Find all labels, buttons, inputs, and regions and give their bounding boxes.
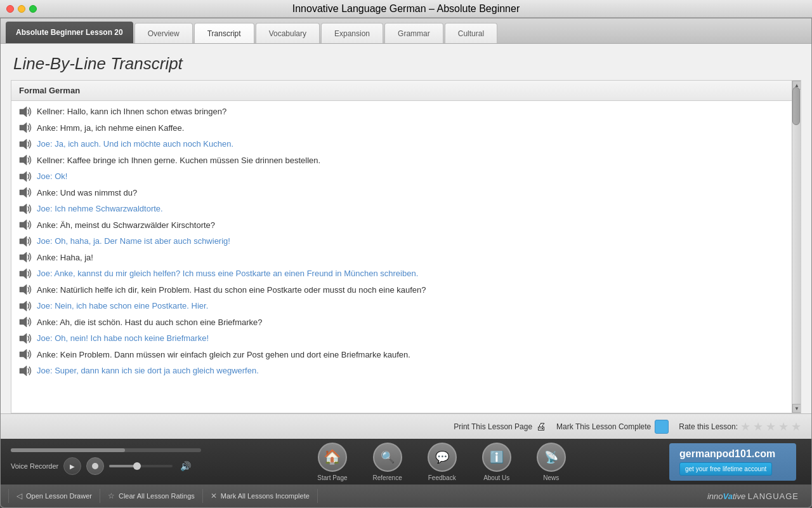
line-text: Kellner: Kaffee bringe ich Ihnen gerne. … bbox=[37, 154, 320, 167]
tab-overview[interactable]: Overview bbox=[134, 23, 193, 43]
svg-marker-3 bbox=[20, 155, 27, 165]
transcript-container: Formal German Kellner: Hallo, kann ich I… bbox=[11, 80, 801, 413]
rate-label: Rate this Lesson: bbox=[679, 422, 738, 431]
line-text: Anke: Natürlich helfe ich dir, kein Prob… bbox=[37, 284, 426, 297]
audio-play-icon[interactable] bbox=[19, 268, 32, 279]
scrollbar-thumb[interactable] bbox=[792, 87, 800, 125]
audio-play-icon[interactable] bbox=[19, 122, 32, 133]
svg-marker-6 bbox=[20, 204, 27, 214]
innovative-logo: innoVative LANGUAGE bbox=[707, 491, 799, 501]
audio-play-icon[interactable] bbox=[19, 236, 32, 247]
star-5[interactable]: ★ bbox=[791, 420, 801, 434]
mark-complete-button[interactable]: Mark This Lesson Complete bbox=[556, 420, 669, 434]
svg-marker-1 bbox=[20, 123, 27, 133]
line-text: Joe: Ich nehme Schwarzwaldtorte. bbox=[37, 203, 163, 215]
open-lesson-drawer-label: Open Lesson Drawer bbox=[26, 492, 92, 500]
minimize-button[interactable] bbox=[18, 5, 25, 13]
nav-icons-area: 🏠 Start Page 🔍 Reference 💬 Feedback ℹ️ A… bbox=[214, 443, 669, 481]
open-lesson-drawer-button[interactable]: ◁ Open Lesson Drawer bbox=[8, 489, 100, 503]
star-1[interactable]: ★ bbox=[740, 420, 750, 434]
playback-progress-track[interactable] bbox=[11, 448, 201, 452]
svg-marker-7 bbox=[20, 220, 27, 230]
tab-bar: Absolute Beginner Lesson 20 Overview Tra… bbox=[1, 18, 811, 44]
line-text: Joe: Oh, haha, ja. Der Name ist aber auc… bbox=[37, 235, 230, 248]
audio-play-icon[interactable] bbox=[19, 187, 32, 198]
audio-play-icon[interactable] bbox=[19, 138, 32, 150]
transcript-line: Joe: Anke, kannst du mir gleich helfen? … bbox=[11, 265, 801, 282]
print-icon: 🖨 bbox=[536, 421, 546, 432]
nav-start-page[interactable]: 🏠 Start Page bbox=[317, 443, 347, 481]
audio-play-icon[interactable] bbox=[19, 219, 32, 231]
nav-feedback[interactable]: 💬 Feedback bbox=[428, 443, 457, 481]
volume-icon: 🔊 bbox=[180, 461, 191, 471]
tab-grammar[interactable]: Grammar bbox=[384, 23, 443, 43]
transcript-line: Anke: Haha, ja! bbox=[11, 250, 801, 266]
complete-checkbox[interactable] bbox=[655, 420, 669, 434]
mark-incomplete-icon: ✕ bbox=[211, 491, 217, 500]
nav-about-us[interactable]: ℹ️ About Us bbox=[482, 443, 511, 481]
lesson-drawer-icon: ◁ bbox=[16, 491, 22, 500]
mark-incomplete-button[interactable]: ✕ Mark All Lessons Incomplete bbox=[203, 489, 318, 503]
svg-marker-2 bbox=[20, 139, 27, 149]
svg-marker-12 bbox=[20, 301, 27, 311]
audio-play-icon[interactable] bbox=[19, 333, 32, 344]
window-title: Innovative Language German – Absolute Be… bbox=[292, 3, 520, 15]
clear-ratings-button[interactable]: ☆ Clear All Lesson Ratings bbox=[100, 489, 203, 503]
feedback-icon: 💬 bbox=[428, 443, 457, 472]
audio-play-icon[interactable] bbox=[19, 349, 32, 360]
maximize-button[interactable] bbox=[29, 5, 37, 13]
svg-marker-0 bbox=[20, 107, 27, 117]
audio-play-icon[interactable] bbox=[19, 154, 32, 166]
audio-play-icon[interactable] bbox=[19, 300, 32, 312]
nav-reference[interactable]: 🔍 Reference bbox=[373, 443, 402, 481]
line-text: Joe: Ja, ich auch. Und ich möchte auch n… bbox=[37, 138, 233, 150]
about-us-icon: ℹ️ bbox=[482, 443, 511, 472]
voice-progress-track[interactable] bbox=[109, 465, 173, 467]
section-header: Formal German bbox=[11, 81, 801, 101]
svg-marker-14 bbox=[20, 333, 27, 344]
tab-expansion[interactable]: Expansion bbox=[321, 23, 383, 43]
tab-lesson[interactable]: Absolute Beginner Lesson 20 bbox=[6, 22, 133, 43]
audio-play-icon[interactable] bbox=[19, 106, 32, 117]
scroll-down-arrow[interactable]: ▼ bbox=[792, 404, 801, 413]
nav-news-label: News bbox=[543, 474, 559, 481]
tab-cultural[interactable]: Cultural bbox=[445, 23, 497, 43]
nav-feedback-label: Feedback bbox=[428, 474, 456, 481]
voice-record-button[interactable] bbox=[86, 457, 104, 475]
clear-ratings-icon: ☆ bbox=[108, 491, 115, 500]
audio-play-icon[interactable] bbox=[19, 316, 32, 328]
audio-play-icon[interactable] bbox=[19, 284, 32, 295]
transcript-line: Anke: Natürlich helfe ich dir, kein Prob… bbox=[11, 282, 801, 298]
svg-marker-11 bbox=[20, 284, 27, 295]
line-text: Joe: Ok! bbox=[37, 170, 67, 183]
print-button[interactable]: Print This Lesson Page 🖨 bbox=[454, 421, 546, 432]
close-button[interactable] bbox=[6, 5, 14, 13]
line-text: Joe: Oh, nein! Ich habe noch keine Brief… bbox=[37, 332, 209, 345]
transcript-line: Anke: Ah, die ist schön. Hast du auch sc… bbox=[11, 314, 801, 331]
star-2[interactable]: ★ bbox=[753, 420, 763, 434]
player-bar: Voice Recorder ▶ 🔊 🏠 Start Page 🔍 Re bbox=[1, 439, 811, 485]
mark-incomplete-label: Mark All Lessons Incomplete bbox=[221, 492, 310, 500]
star-3[interactable]: ★ bbox=[766, 420, 776, 434]
transcript-line: Anke: Kein Problem. Dann müssen wir einf… bbox=[11, 347, 801, 363]
transcript-line: Joe: Oh, nein! Ich habe noch keine Brief… bbox=[11, 330, 801, 347]
audio-play-icon[interactable] bbox=[19, 251, 32, 263]
mark-complete-label: Mark This Lesson Complete bbox=[556, 422, 651, 431]
star-4[interactable]: ★ bbox=[778, 420, 789, 434]
audio-play-icon[interactable] bbox=[19, 171, 32, 182]
voice-progress-thumb bbox=[133, 462, 141, 470]
scrollbar-track[interactable]: ▲ ▼ bbox=[792, 81, 801, 413]
audio-play-icon[interactable] bbox=[19, 203, 32, 215]
news-icon: 📡 bbox=[537, 443, 566, 472]
germanpod-cta[interactable]: get your free lifetime account bbox=[679, 462, 772, 476]
transcript-line: Joe: Ja, ich auch. Und ich möchte auch n… bbox=[11, 136, 801, 152]
tab-transcript[interactable]: Transcript bbox=[194, 23, 254, 43]
audio-play-icon[interactable] bbox=[19, 365, 32, 377]
nav-news[interactable]: 📡 News bbox=[537, 443, 566, 481]
transcript-line: Joe: Oh, haha, ja. Der Name ist aber auc… bbox=[11, 233, 801, 250]
svg-marker-9 bbox=[20, 252, 27, 262]
tab-vocabulary[interactable]: Vocabulary bbox=[256, 23, 320, 43]
voice-play-button[interactable]: ▶ bbox=[63, 457, 81, 475]
transcript-line: Joe: Ich nehme Schwarzwaldtorte. bbox=[11, 201, 801, 217]
transcript-line: Kellner: Hallo, kann ich Ihnen schon etw… bbox=[11, 104, 801, 120]
